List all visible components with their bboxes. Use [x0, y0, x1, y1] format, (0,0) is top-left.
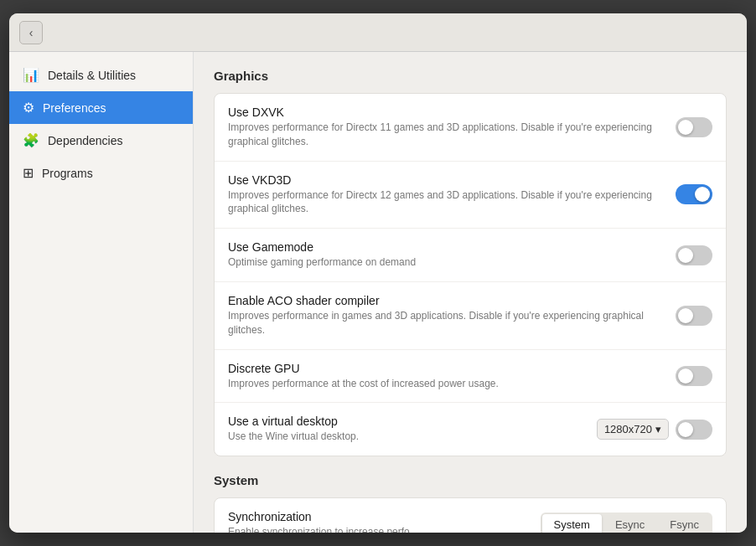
setting-desc-discrete_gpu: Improves performance at the cost of incr… [228, 377, 662, 391]
window-controls [690, 23, 737, 43]
setting-info-dxvk: Use DXVKImproves performance for Directx… [228, 106, 662, 149]
setting-control-virtual_desktop: 1280x720 ▾ [597, 419, 712, 440]
toggle-discrete_gpu[interactable] [676, 366, 712, 386]
toggle-aco[interactable] [676, 306, 712, 326]
setting-info-virtual_desktop: Use a virtual desktopUse the Wine virtua… [228, 415, 583, 444]
sidebar-icon-dependencies: 🧩 [23, 132, 39, 148]
toggle-dxvk[interactable] [676, 117, 712, 137]
section-title-system: System [214, 473, 727, 487]
setting-label-discrete_gpu: Discrete GPU [228, 362, 662, 375]
content-area: GraphicsUse DXVKImproves performance for… [194, 52, 747, 533]
setting-row-aco: Enable ACO shader compilerImproves perfo… [215, 282, 726, 350]
setting-desc-gamemode: Optimise gaming performance on demand [228, 255, 662, 270]
setting-label-virtual_desktop: Use a virtual desktop [228, 415, 583, 428]
minimize-button[interactable] [690, 23, 710, 43]
setting-desc-aco: Improves performance in games and 3D app… [228, 309, 662, 337]
setting-info-aco: Enable ACO shader compilerImproves perfo… [228, 294, 662, 337]
setting-label-dxvk: Use DXVK [228, 106, 662, 119]
dropdown-virtual_desktop[interactable]: 1280x720 ▾ [597, 419, 669, 440]
setting-label-sync: Synchronization [228, 510, 527, 523]
setting-desc-dxvk: Improves performance for Directx 11 game… [228, 121, 662, 149]
sidebar-item-dependencies[interactable]: 🧩 Dependencies [9, 124, 193, 157]
segmented-sync: SystemEsyncFsync [541, 513, 712, 533]
sidebar-label-details: Details & Utilities [48, 69, 136, 82]
setting-row-discrete_gpu: Discrete GPUImproves performance at the … [215, 350, 726, 404]
back-button[interactable]: ‹ [19, 21, 43, 44]
setting-row-sync: SynchronizationEnable synchronization to… [215, 498, 726, 533]
titlebar: ‹ [9, 13, 747, 52]
sidebar-item-details[interactable]: 📊 Details & Utilities [9, 59, 193, 91]
setting-info-sync: SynchronizationEnable synchronization to… [228, 510, 527, 533]
setting-row-gamemode: Use GamemodeOptimise gaming performance … [215, 229, 726, 282]
settings-card-graphics: Use DXVKImproves performance for Directx… [214, 93, 727, 456]
main-layout: 📊 Details & Utilities⚙ Preferences🧩 Depe… [9, 52, 747, 533]
setting-desc-sync: Enable synchronization to increase perfo… [228, 525, 527, 533]
sidebar-label-preferences: Preferences [43, 101, 106, 115]
setting-label-vkd3d: Use VKD3D [228, 173, 662, 187]
settings-card-system: SynchronizationEnable synchronization to… [214, 497, 727, 533]
setting-row-dxvk: Use DXVKImproves performance for Directx… [215, 94, 726, 162]
setting-info-discrete_gpu: Discrete GPUImproves performance at the … [228, 362, 662, 391]
sidebar-label-dependencies: Dependencies [48, 134, 123, 147]
setting-info-gamemode: Use GamemodeOptimise gaming performance … [228, 240, 662, 270]
app-window: ‹ 📊 Details & Utilities⚙ Preferences🧩 De… [9, 13, 747, 533]
toggle-virtual_desktop[interactable] [676, 420, 712, 440]
toggle-vkd3d[interactable] [676, 184, 712, 204]
sidebar-item-preferences[interactable]: ⚙ Preferences [9, 91, 193, 124]
seg-btn-system[interactable]: System [542, 514, 602, 533]
sidebar: 📊 Details & Utilities⚙ Preferences🧩 Depe… [9, 52, 194, 533]
sidebar-item-programs[interactable]: ⊞ Programs [9, 157, 193, 189]
setting-row-vkd3d: Use VKD3DImproves performance for Direct… [215, 162, 726, 229]
setting-control-discrete_gpu [676, 366, 712, 386]
seg-btn-fsync[interactable]: Fsync [658, 514, 711, 533]
setting-control-aco [676, 306, 712, 326]
sidebar-label-programs: Programs [42, 167, 93, 180]
close-button[interactable] [717, 23, 737, 43]
section-title-graphics: Graphics [214, 69, 727, 83]
toggle-gamemode[interactable] [676, 245, 712, 265]
setting-control-dxvk [676, 117, 712, 137]
setting-desc-virtual_desktop: Use the Wine virtual desktop. [228, 430, 583, 444]
setting-row-virtual_desktop: Use a virtual desktopUse the Wine virtua… [215, 403, 726, 456]
setting-label-aco: Enable ACO shader compiler [228, 294, 662, 307]
setting-control-vkd3d [676, 184, 712, 204]
setting-info-vkd3d: Use VKD3DImproves performance for Direct… [228, 173, 662, 217]
seg-btn-esync[interactable]: Esync [603, 514, 656, 533]
setting-control-sync: SystemEsyncFsync [541, 513, 712, 533]
setting-label-gamemode: Use Gamemode [228, 240, 662, 254]
chevron-down-icon: ▾ [655, 423, 661, 435]
setting-control-gamemode [676, 245, 712, 265]
sidebar-icon-programs: ⊞ [23, 165, 34, 181]
sidebar-icon-details: 📊 [23, 67, 39, 83]
sidebar-icon-preferences: ⚙ [23, 100, 34, 116]
setting-desc-vkd3d: Improves performance for Directx 12 game… [228, 188, 662, 217]
